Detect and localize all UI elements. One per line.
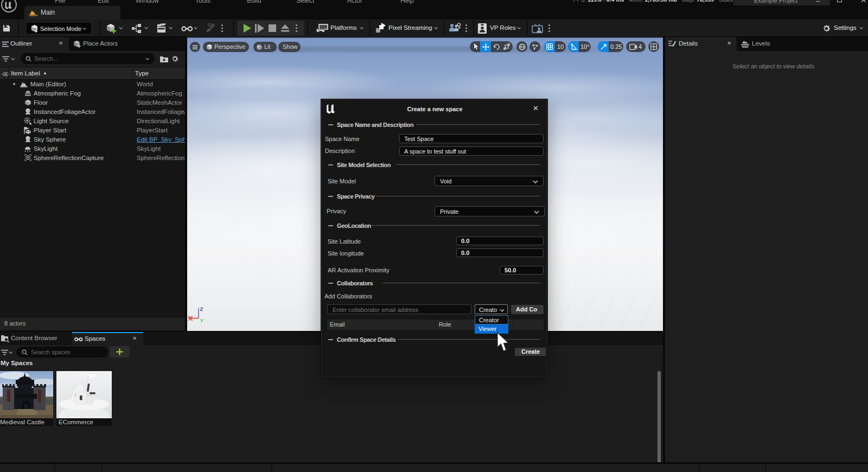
svg-text:Z: Z (200, 306, 203, 312)
svg-text:Y: Y (200, 317, 204, 323)
